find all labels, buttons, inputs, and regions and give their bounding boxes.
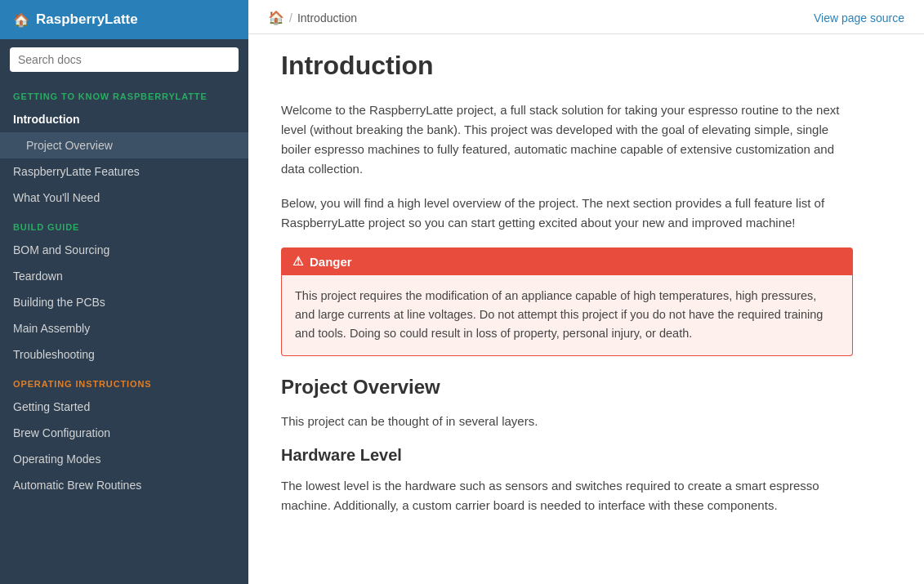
- project-overview-heading: Project Overview: [281, 376, 853, 399]
- danger-body: This project requires the modification o…: [281, 275, 853, 356]
- topbar: 🏠 / Introduction View page source: [248, 0, 924, 34]
- brand-name: RaspberryLatte: [36, 11, 138, 28]
- main-content: 🏠 / Introduction View page source Introd…: [248, 0, 924, 584]
- view-page-source-link[interactable]: View page source: [814, 11, 904, 25]
- sidebar-item-operating-modes[interactable]: Operating Modes: [0, 446, 248, 472]
- sidebar-nav: GETTING TO KNOW RASPBERRYLATTEIntroducti…: [0, 80, 248, 498]
- sidebar: 🏠 RaspberryLatte GETTING TO KNOW RASPBER…: [0, 0, 248, 584]
- sidebar-item-project-overview[interactable]: Project Overview: [0, 132, 248, 158]
- sidebar-item-main-assembly[interactable]: Main Assembly: [0, 315, 248, 341]
- sidebar-item-teardown[interactable]: Teardown: [0, 263, 248, 289]
- project-overview-paragraph: This project can be thought of in severa…: [281, 412, 853, 431]
- sidebar-section-getting: GETTING TO KNOW RASPBERRYLATTE: [0, 80, 248, 106]
- sidebar-item-what-youll-need[interactable]: What You'll Need: [0, 185, 248, 211]
- danger-label: Danger: [310, 255, 352, 269]
- sidebar-section-build: BUILD GUIDE: [0, 211, 248, 237]
- sidebar-item-building-the-pcbs[interactable]: Building the PCBs: [0, 289, 248, 315]
- sidebar-item-automatic-brew-routines[interactable]: Automatic Brew Routines: [0, 472, 248, 498]
- search-container: [0, 39, 248, 80]
- breadcrumb-separator: /: [289, 11, 292, 25]
- sidebar-item-introduction[interactable]: Introduction: [0, 106, 248, 132]
- danger-box: ⚠ Danger This project requires the modif…: [281, 247, 853, 356]
- sidebar-item-getting-started[interactable]: Getting Started: [0, 394, 248, 420]
- breadcrumb-home-icon: 🏠: [268, 10, 284, 25]
- breadcrumb-page: Introduction: [297, 11, 357, 25]
- sidebar-section-operating: OPERATING INSTRUCTIONS: [0, 368, 248, 394]
- page-title: Introduction: [281, 51, 853, 81]
- home-icon: 🏠: [13, 12, 29, 28]
- page-content: Introduction Welcome to the RaspberryLat…: [248, 34, 886, 563]
- hardware-level-paragraph: The lowest level is the hardware such as…: [281, 476, 853, 515]
- danger-icon: ⚠: [292, 254, 303, 269]
- search-input[interactable]: [10, 47, 239, 72]
- sidebar-item-troubleshooting[interactable]: Troubleshooting: [0, 341, 248, 368]
- sidebar-item-brew-configuration[interactable]: Brew Configuration: [0, 420, 248, 446]
- sidebar-item-bom-and-sourcing[interactable]: BOM and Sourcing: [0, 237, 248, 263]
- intro-paragraph-1: Welcome to the RaspberryLatte project, a…: [281, 100, 853, 179]
- hardware-level-heading: Hardware Level: [281, 446, 853, 465]
- breadcrumb: 🏠 / Introduction: [268, 10, 357, 25]
- danger-header: ⚠ Danger: [281, 247, 853, 275]
- sidebar-item-raspberrylatte-features[interactable]: RaspberryLatte Features: [0, 158, 248, 185]
- intro-paragraph-2: Below, you will find a high level overvi…: [281, 194, 853, 233]
- sidebar-header[interactable]: 🏠 RaspberryLatte: [0, 0, 248, 39]
